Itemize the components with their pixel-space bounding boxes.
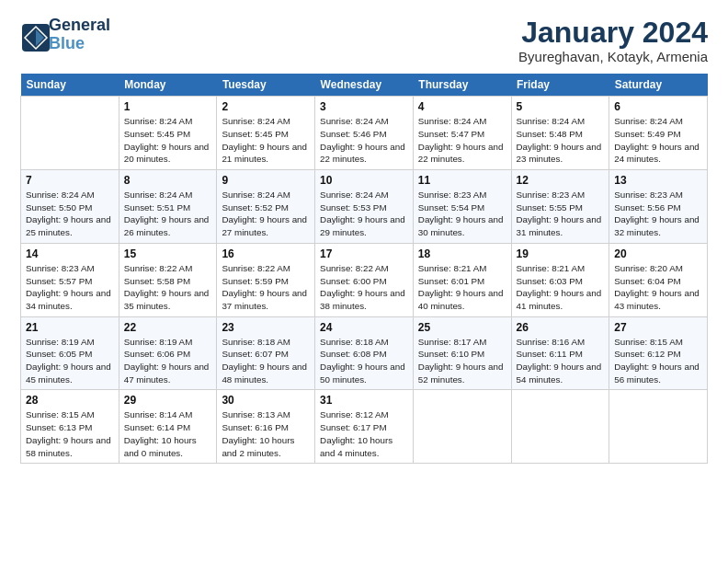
day-number: 15	[124, 247, 212, 260]
header-day-sunday: Sunday	[21, 74, 119, 97]
day-cell: 1Sunrise: 8:24 AMSunset: 5:45 PMDaylight…	[119, 97, 217, 170]
header-day-wednesday: Wednesday	[315, 74, 414, 97]
day-cell: 8Sunrise: 8:24 AMSunset: 5:51 PMDaylight…	[119, 170, 217, 244]
week-row-4: 21Sunrise: 8:19 AMSunset: 6:05 PMDayligh…	[21, 316, 708, 390]
day-info: Sunrise: 8:18 AMSunset: 6:07 PMDaylight:…	[222, 336, 310, 386]
day-number: 8	[124, 174, 212, 187]
header: General Blue January 2024 Byureghavan, K…	[20, 17, 708, 64]
day-number: 2	[222, 100, 310, 113]
day-info: Sunrise: 8:23 AMSunset: 5:55 PMDaylight:…	[517, 189, 605, 239]
day-cell: 21Sunrise: 8:19 AMSunset: 6:05 PMDayligh…	[21, 316, 119, 390]
day-info: Sunrise: 8:21 AMSunset: 6:03 PMDaylight:…	[517, 262, 605, 313]
day-cell: 20Sunrise: 8:20 AMSunset: 6:04 PMDayligh…	[609, 243, 708, 316]
day-cell	[609, 390, 708, 464]
day-info: Sunrise: 8:24 AMSunset: 5:46 PMDaylight:…	[320, 115, 408, 166]
day-number: 31	[320, 394, 408, 407]
day-number: 26	[517, 321, 605, 334]
day-number: 21	[26, 321, 114, 334]
day-info: Sunrise: 8:24 AMSunset: 5:49 PMDaylight:…	[614, 115, 702, 166]
day-info: Sunrise: 8:19 AMSunset: 6:06 PMDaylight:…	[124, 336, 212, 386]
day-cell: 15Sunrise: 8:22 AMSunset: 5:58 PMDayligh…	[119, 243, 217, 316]
day-number: 17	[320, 247, 408, 260]
day-info: Sunrise: 8:24 AMSunset: 5:51 PMDaylight:…	[124, 189, 212, 239]
day-cell: 12Sunrise: 8:23 AMSunset: 5:55 PMDayligh…	[511, 170, 609, 244]
day-cell	[511, 390, 609, 464]
day-cell: 4Sunrise: 8:24 AMSunset: 5:47 PMDaylight…	[413, 97, 511, 170]
day-number: 13	[614, 174, 702, 187]
day-number: 27	[614, 321, 702, 334]
day-number: 6	[614, 100, 702, 113]
header-day-thursday: Thursday	[413, 74, 511, 97]
title-block: January 2024 Byureghavan, Kotayk, Armeni…	[518, 17, 708, 64]
day-number: 7	[26, 174, 114, 187]
day-number: 9	[222, 174, 310, 187]
header-day-monday: Monday	[119, 74, 217, 97]
day-number: 16	[222, 247, 310, 260]
day-number: 28	[26, 394, 114, 407]
logo-text: General Blue	[49, 17, 110, 53]
calendar-table: SundayMondayTuesdayWednesdayThursdayFrid…	[20, 74, 708, 464]
day-cell: 14Sunrise: 8:23 AMSunset: 5:57 PMDayligh…	[21, 243, 119, 316]
day-cell: 27Sunrise: 8:15 AMSunset: 6:12 PMDayligh…	[609, 316, 708, 390]
day-number: 14	[26, 247, 114, 260]
day-number: 18	[418, 247, 506, 260]
header-day-tuesday: Tuesday	[217, 74, 315, 97]
day-number: 24	[320, 321, 408, 334]
header-day-friday: Friday	[511, 74, 609, 97]
day-info: Sunrise: 8:22 AMSunset: 5:59 PMDaylight:…	[222, 262, 310, 313]
day-number: 30	[222, 394, 310, 407]
day-info: Sunrise: 8:15 AMSunset: 6:13 PMDaylight:…	[26, 408, 114, 459]
day-cell: 29Sunrise: 8:14 AMSunset: 6:14 PMDayligh…	[119, 390, 217, 464]
day-info: Sunrise: 8:24 AMSunset: 5:52 PMDaylight:…	[222, 189, 310, 239]
day-info: Sunrise: 8:22 AMSunset: 5:58 PMDaylight:…	[124, 262, 212, 313]
day-number: 5	[517, 100, 605, 113]
week-row-5: 28Sunrise: 8:15 AMSunset: 6:13 PMDayligh…	[21, 390, 708, 464]
day-cell: 19Sunrise: 8:21 AMSunset: 6:03 PMDayligh…	[511, 243, 609, 316]
day-number: 12	[517, 174, 605, 187]
day-cell: 23Sunrise: 8:18 AMSunset: 6:07 PMDayligh…	[217, 316, 315, 390]
day-info: Sunrise: 8:20 AMSunset: 6:04 PMDaylight:…	[614, 262, 702, 313]
main-title: January 2024	[518, 17, 708, 49]
logo: General Blue	[20, 17, 110, 53]
day-cell: 26Sunrise: 8:16 AMSunset: 6:11 PMDayligh…	[511, 316, 609, 390]
day-cell: 28Sunrise: 8:15 AMSunset: 6:13 PMDayligh…	[21, 390, 119, 464]
week-row-2: 7Sunrise: 8:24 AMSunset: 5:50 PMDaylight…	[21, 170, 708, 244]
day-info: Sunrise: 8:21 AMSunset: 6:01 PMDaylight:…	[418, 262, 506, 313]
day-cell: 31Sunrise: 8:12 AMSunset: 6:17 PMDayligh…	[315, 390, 414, 464]
day-cell: 17Sunrise: 8:22 AMSunset: 6:00 PMDayligh…	[315, 243, 414, 316]
day-info: Sunrise: 8:24 AMSunset: 5:45 PMDaylight:…	[222, 115, 310, 166]
day-cell: 24Sunrise: 8:18 AMSunset: 6:08 PMDayligh…	[315, 316, 414, 390]
day-info: Sunrise: 8:17 AMSunset: 6:10 PMDaylight:…	[418, 336, 506, 386]
day-info: Sunrise: 8:14 AMSunset: 6:14 PMDaylight:…	[124, 408, 212, 459]
day-cell: 18Sunrise: 8:21 AMSunset: 6:01 PMDayligh…	[413, 243, 511, 316]
day-info: Sunrise: 8:24 AMSunset: 5:50 PMDaylight:…	[26, 189, 114, 239]
day-info: Sunrise: 8:24 AMSunset: 5:53 PMDaylight:…	[320, 189, 408, 239]
day-cell: 30Sunrise: 8:13 AMSunset: 6:16 PMDayligh…	[217, 390, 315, 464]
day-cell: 3Sunrise: 8:24 AMSunset: 5:46 PMDaylight…	[315, 97, 414, 170]
day-number: 3	[320, 100, 408, 113]
day-number: 20	[614, 247, 702, 260]
day-number: 10	[320, 174, 408, 187]
day-info: Sunrise: 8:13 AMSunset: 6:16 PMDaylight:…	[222, 408, 310, 459]
day-cell: 13Sunrise: 8:23 AMSunset: 5:56 PMDayligh…	[609, 170, 708, 244]
day-cell: 5Sunrise: 8:24 AMSunset: 5:48 PMDaylight…	[511, 97, 609, 170]
day-cell: 2Sunrise: 8:24 AMSunset: 5:45 PMDaylight…	[217, 97, 315, 170]
day-cell: 16Sunrise: 8:22 AMSunset: 5:59 PMDayligh…	[217, 243, 315, 316]
day-info: Sunrise: 8:12 AMSunset: 6:17 PMDaylight:…	[320, 408, 408, 459]
day-number: 22	[124, 321, 212, 334]
day-info: Sunrise: 8:24 AMSunset: 5:45 PMDaylight:…	[124, 115, 212, 166]
day-info: Sunrise: 8:16 AMSunset: 6:11 PMDaylight:…	[517, 336, 605, 386]
day-number: 19	[517, 247, 605, 260]
day-info: Sunrise: 8:24 AMSunset: 5:47 PMDaylight:…	[418, 115, 506, 166]
calendar-page: General Blue January 2024 Byureghavan, K…	[0, 0, 728, 563]
day-cell: 25Sunrise: 8:17 AMSunset: 6:10 PMDayligh…	[413, 316, 511, 390]
day-cell: 11Sunrise: 8:23 AMSunset: 5:54 PMDayligh…	[413, 170, 511, 244]
day-info: Sunrise: 8:18 AMSunset: 6:08 PMDaylight:…	[320, 336, 408, 386]
header-row: SundayMondayTuesdayWednesdayThursdayFrid…	[21, 74, 708, 97]
day-cell: 10Sunrise: 8:24 AMSunset: 5:53 PMDayligh…	[315, 170, 414, 244]
day-cell	[21, 97, 119, 170]
day-number: 25	[418, 321, 506, 334]
day-cell	[413, 390, 511, 464]
day-number: 29	[124, 394, 212, 407]
day-cell: 22Sunrise: 8:19 AMSunset: 6:06 PMDayligh…	[119, 316, 217, 390]
